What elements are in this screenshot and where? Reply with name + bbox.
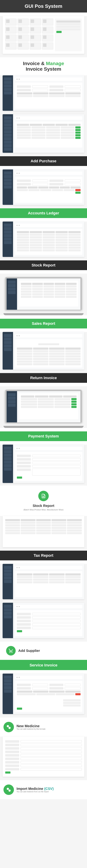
sidebar-item[interactable] — [4, 450, 12, 453]
sidebar — [3, 674, 13, 714]
section-header-sales-report: Sales Report — [0, 319, 87, 329]
topbar — [15, 676, 82, 679]
sidebar-item[interactable] — [4, 341, 12, 344]
feature-stock-report: Stock Report (Batch Wise,Product Wise, M… — [0, 486, 87, 516]
pills-icon — [3, 722, 14, 732]
section-header-gui-pos: GUI Pos System — [0, 0, 87, 12]
sales-screenshot — [3, 332, 84, 370]
sidebar-item[interactable] — [4, 566, 12, 569]
sidebar-item[interactable] — [4, 116, 12, 119]
sidebar — [3, 564, 13, 599]
topbar — [15, 224, 82, 227]
title: Tax Report — [34, 553, 53, 558]
sidebar-item[interactable] — [4, 683, 12, 686]
sidebar-item[interactable] — [4, 457, 12, 460]
sidebar-item[interactable] — [4, 144, 12, 147]
sidebar-item[interactable] — [4, 344, 12, 347]
sidebar-item[interactable] — [4, 137, 12, 140]
svg-point-3 — [8, 789, 11, 792]
sidebar-item[interactable] — [4, 461, 12, 464]
sidebar-item[interactable] — [4, 334, 12, 337]
sidebar-item[interactable] — [8, 287, 16, 290]
sidebar-item[interactable] — [4, 238, 12, 241]
title: Accounts Ledger — [28, 211, 59, 215]
section-header-tax-report: Tax Report — [0, 551, 87, 560]
sidebar-item[interactable] — [8, 284, 16, 287]
svg-point-2 — [7, 788, 9, 790]
sidebar-item[interactable] — [4, 84, 12, 88]
section-header-accounts-ledger: Accounts Ledger — [0, 208, 87, 218]
feature-new-medicine: New Medicine You can add medicine by thi… — [0, 717, 87, 737]
sidebar-item[interactable] — [4, 338, 12, 341]
sidebar-item[interactable] — [4, 123, 12, 126]
sidebar-item[interactable] — [4, 185, 12, 189]
sidebar-item[interactable] — [4, 224, 12, 227]
sidebar-item[interactable] — [4, 348, 12, 351]
tax-screenshot — [3, 564, 84, 599]
sidebar-item[interactable] — [8, 397, 16, 400]
sidebar-item[interactable] — [8, 400, 16, 403]
sidebar-item[interactable] — [4, 88, 12, 91]
sidebar-item[interactable] — [4, 134, 12, 137]
sidebar-item[interactable] — [4, 576, 12, 580]
section-header-invoice: Invoice & Manage Invoice System — [0, 57, 87, 75]
sidebar-item[interactable] — [4, 234, 12, 237]
title: Add Purchase — [31, 159, 56, 163]
topbar — [15, 566, 82, 569]
sidebar — [3, 221, 13, 257]
sidebar-item[interactable] — [4, 454, 12, 457]
sidebar-item[interactable] — [8, 281, 16, 284]
sidebar-item[interactable] — [4, 676, 12, 679]
sidebar — [3, 603, 13, 638]
sidebar-item[interactable] — [4, 464, 12, 467]
sidebar-item[interactable] — [4, 141, 12, 144]
feature-title: Import Medicine (CSV) — [17, 787, 54, 791]
title: Stock Report — [32, 263, 56, 267]
sidebar-item[interactable] — [4, 179, 12, 182]
topbar — [15, 116, 82, 120]
sidebar-item[interactable] — [4, 91, 12, 94]
document-icon — [38, 491, 49, 501]
sidebar-item[interactable] — [4, 612, 12, 615]
sidebar-item[interactable] — [4, 81, 12, 84]
sidebar-item[interactable] — [8, 393, 16, 396]
feature-title: Add Supplier — [18, 649, 40, 653]
sidebar-item[interactable] — [4, 689, 12, 693]
sidebar-item[interactable] — [4, 573, 12, 576]
section-header-add-purchase: Add Purchase — [0, 156, 87, 166]
sidebar-item[interactable] — [4, 130, 12, 133]
new-medicine-screenshot — [3, 737, 84, 777]
sidebar-item[interactable] — [4, 467, 12, 471]
sidebar-item[interactable] — [4, 679, 12, 682]
sidebar-item[interactable] — [4, 230, 12, 234]
sidebar-item[interactable] — [4, 569, 12, 572]
svg-point-0 — [7, 725, 9, 727]
sidebar-item[interactable] — [4, 78, 12, 81]
sidebar-item[interactable] — [4, 615, 12, 618]
sidebar-item[interactable] — [4, 175, 12, 178]
sidebar-item[interactable] — [4, 127, 12, 130]
sidebar-item[interactable] — [4, 580, 12, 583]
topbar — [15, 605, 82, 608]
feature-subtitle: You can add medicine from csv file impor… — [17, 791, 54, 793]
sidebar — [3, 332, 13, 370]
sidebar-item[interactable] — [4, 172, 12, 175]
payment-screenshot — [3, 444, 84, 483]
pos-screenshot — [3, 16, 84, 54]
title: Service Invoice — [30, 663, 57, 667]
sidebar-item[interactable] — [4, 182, 12, 185]
sidebar-item[interactable] — [4, 605, 12, 608]
sidebar-item[interactable] — [4, 120, 12, 123]
supplier-screenshot — [3, 603, 84, 638]
section-header-stock-report: Stock Report — [0, 260, 87, 270]
sidebar-item[interactable] — [4, 227, 12, 230]
sidebar-item[interactable] — [8, 291, 16, 294]
sidebar-item[interactable] — [4, 148, 12, 151]
ledger-screenshot — [3, 221, 84, 257]
feature-subtitle: (Batch Wise,Product Wise, Manufacturer W… — [3, 509, 84, 511]
sidebar-item[interactable] — [4, 608, 12, 612]
sidebar-item[interactable] — [4, 241, 12, 244]
sidebar-item[interactable] — [4, 686, 12, 689]
sidebar-item[interactable] — [4, 447, 12, 450]
sidebar-item[interactable] — [8, 404, 16, 407]
